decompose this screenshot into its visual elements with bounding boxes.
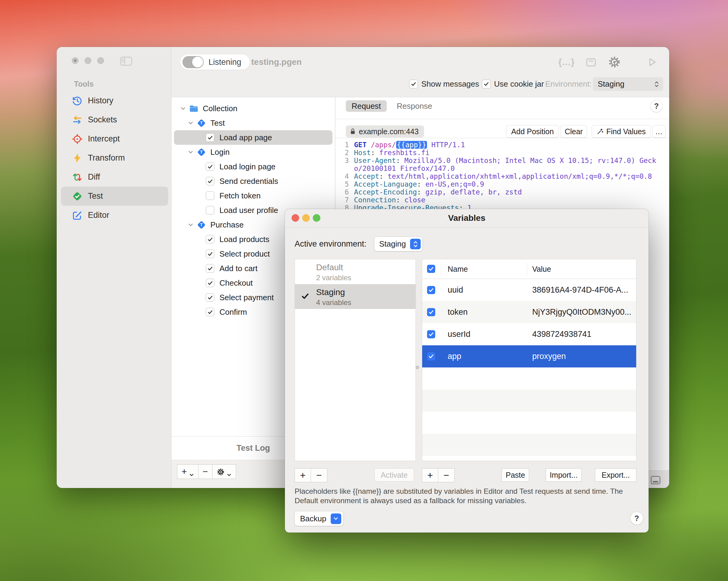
tree-add-button[interactable]: + bbox=[177, 465, 199, 479]
chevron-down-icon[interactable] bbox=[187, 120, 194, 126]
settings-gear-icon[interactable] bbox=[608, 56, 620, 68]
archive-box-icon[interactable] bbox=[585, 56, 597, 68]
variable-checkbox[interactable] bbox=[427, 330, 435, 338]
item-checkbox[interactable] bbox=[206, 264, 214, 273]
environment-list: Default2 variablesStaging4 variables bbox=[294, 259, 416, 461]
use-cookie-jar-option[interactable]: Use cookie jar bbox=[482, 77, 544, 91]
variable-value: 386916A4-974D-4F06-A... bbox=[532, 279, 628, 301]
select-all-checkbox[interactable] bbox=[427, 265, 435, 273]
empty-table-row[interactable] bbox=[422, 434, 636, 456]
variable-checkbox[interactable] bbox=[427, 286, 435, 294]
empty-table-row[interactable] bbox=[422, 456, 636, 461]
environment-staging[interactable]: Staging4 variables bbox=[295, 284, 416, 309]
variables-braces-icon[interactable]: {…} bbox=[558, 56, 574, 68]
add-position-button[interactable]: Add Position bbox=[506, 126, 558, 138]
request-help-button[interactable]: ? bbox=[650, 100, 662, 112]
divider bbox=[336, 119, 669, 119]
variable-name: token bbox=[448, 301, 468, 323]
tree-row-load-app-page[interactable]: Load app page bbox=[174, 130, 333, 145]
tree-row-collection[interactable]: Collection bbox=[174, 101, 333, 116]
tree-row-label: Purchase bbox=[210, 220, 244, 230]
item-checkbox[interactable] bbox=[206, 133, 214, 142]
item-checkbox[interactable] bbox=[206, 206, 214, 215]
listening-toggle[interactable] bbox=[182, 56, 204, 68]
tree-row-fetch-token[interactable]: Fetch token bbox=[174, 188, 333, 203]
tree-row-label: Collection bbox=[203, 104, 237, 113]
sidebar-item-editor[interactable]: Editor bbox=[61, 206, 168, 225]
export-button[interactable]: Export... bbox=[595, 468, 636, 482]
sidebar-item-intercept[interactable]: Intercept bbox=[61, 129, 168, 148]
sidebar-item-transform[interactable]: Transform bbox=[61, 148, 168, 167]
column-header-name[interactable]: Name bbox=[448, 259, 468, 279]
sidebar-item-test[interactable]: Test bbox=[61, 187, 168, 206]
line-number: 6 bbox=[336, 188, 354, 196]
tree-row-test[interactable]: TTest bbox=[174, 116, 333, 130]
use-cookie-jar-label: Use cookie jar bbox=[494, 79, 544, 89]
empty-table-row[interactable] bbox=[422, 367, 636, 390]
line-text: GET /apps/{{app}} HTTP/1.1 bbox=[354, 141, 465, 149]
transform-icon bbox=[72, 153, 83, 164]
request-editor[interactable]: 1GET /apps/{{app}} HTTP/1.12Host: freshb… bbox=[336, 138, 669, 212]
variable-row-token[interactable]: tokenNjY3RjgyQ0ItODM3Ny00... bbox=[422, 301, 636, 323]
item-checkbox[interactable] bbox=[206, 162, 214, 171]
column-header-value[interactable]: Value bbox=[532, 259, 551, 279]
paste-button[interactable]: Paste bbox=[502, 468, 529, 482]
tree-row-login[interactable]: TLogin bbox=[174, 145, 333, 159]
show-messages-option[interactable]: Show messages bbox=[409, 77, 479, 91]
chevron-down-icon[interactable] bbox=[180, 105, 186, 112]
variable-row-app[interactable]: appproxygen bbox=[422, 345, 636, 367]
close-window-button[interactable] bbox=[72, 57, 78, 64]
more-options-button[interactable]: … bbox=[653, 126, 666, 138]
bottom-panel-icon[interactable] bbox=[650, 475, 661, 485]
dialog-help-button[interactable]: ? bbox=[630, 512, 643, 525]
tree-settings-button[interactable] bbox=[212, 465, 236, 479]
environment-default[interactable]: Default2 variables bbox=[295, 259, 416, 284]
remove-environment-button[interactable]: − bbox=[311, 469, 327, 482]
pane-splitter-handle[interactable] bbox=[416, 366, 419, 369]
run-play-icon[interactable] bbox=[647, 56, 657, 68]
active-environment-dropdown[interactable]: Staging bbox=[374, 237, 422, 251]
host-pill[interactable]: example.com:443 bbox=[346, 126, 424, 138]
add-environment-button[interactable]: + bbox=[295, 469, 311, 482]
zoom-window-button[interactable] bbox=[97, 57, 104, 64]
tree-row-send-credentials[interactable]: Send credentials bbox=[174, 174, 333, 188]
item-checkbox[interactable] bbox=[206, 191, 214, 200]
item-checkbox[interactable] bbox=[206, 293, 214, 302]
use-cookie-jar-checkbox[interactable] bbox=[482, 80, 491, 88]
item-checkbox[interactable] bbox=[206, 308, 214, 316]
environment-name: Staging bbox=[316, 287, 345, 297]
empty-table-row[interactable] bbox=[422, 412, 636, 434]
item-checkbox[interactable] bbox=[206, 250, 214, 258]
item-checkbox[interactable] bbox=[206, 235, 214, 244]
sidebar-item-diff[interactable]: Diff bbox=[61, 167, 168, 187]
variable-checkbox[interactable] bbox=[427, 308, 435, 316]
variable-row-userid[interactable]: userId4398724938741 bbox=[422, 323, 636, 345]
tree-remove-button[interactable]: − bbox=[199, 465, 213, 479]
find-values-button[interactable]: Find Values bbox=[592, 126, 650, 138]
sidebar-item-label: Editor bbox=[88, 211, 109, 220]
sidebar-item-sockets[interactable]: Sockets bbox=[61, 110, 168, 129]
line-number: 3 bbox=[336, 157, 354, 172]
activate-button[interactable]: Activate bbox=[374, 468, 414, 482]
variable-checkbox[interactable] bbox=[427, 352, 435, 360]
show-messages-checkbox[interactable] bbox=[409, 80, 418, 88]
sidebar-item-history[interactable]: History bbox=[61, 91, 168, 110]
toggle-sidebar-icon[interactable] bbox=[119, 56, 133, 66]
tree-row-load-login-page[interactable]: Load login page bbox=[174, 159, 333, 174]
item-checkbox[interactable] bbox=[206, 177, 214, 185]
backup-button[interactable]: Backup bbox=[294, 511, 343, 526]
plus-icon: + bbox=[182, 467, 187, 477]
remove-variable-button[interactable]: − bbox=[438, 469, 454, 482]
add-variable-button[interactable]: + bbox=[422, 469, 438, 482]
item-checkbox[interactable] bbox=[206, 279, 214, 287]
chevron-down-icon[interactable] bbox=[187, 221, 194, 228]
tab-request[interactable]: Request bbox=[346, 100, 387, 112]
empty-table-row[interactable] bbox=[422, 390, 636, 412]
import-button[interactable]: Import... bbox=[546, 468, 581, 482]
chevron-down-icon[interactable] bbox=[187, 149, 194, 156]
environment-dropdown[interactable]: Staging bbox=[593, 77, 663, 91]
variable-row-uuid[interactable]: uuid386916A4-974D-4F06-A... bbox=[422, 279, 636, 301]
clear-button[interactable]: Clear bbox=[561, 126, 587, 138]
minimize-window-button[interactable] bbox=[84, 57, 91, 64]
tab-response[interactable]: Response bbox=[394, 100, 435, 112]
